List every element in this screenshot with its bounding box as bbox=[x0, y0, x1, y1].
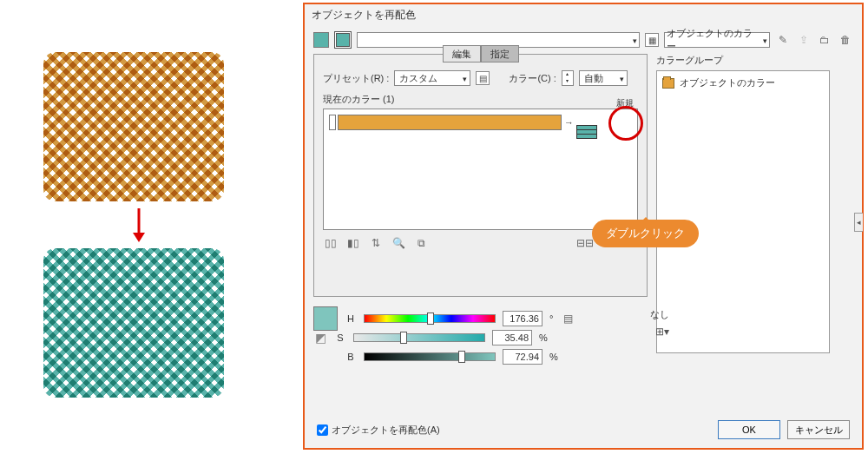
hue-unit: ° bbox=[549, 313, 553, 324]
preset-options-icon[interactable]: ▤ bbox=[476, 71, 490, 85]
color-group-list: オブジェクトのカラー bbox=[656, 70, 830, 353]
recolor-artwork-checkbox-input[interactable] bbox=[317, 424, 328, 436]
recolor-artwork-checkbox[interactable]: オブジェクトを再配色(A) bbox=[317, 424, 440, 437]
hsb-sliders: H 176.36 ° ▤ ◩ S 35.48 % B 72. bbox=[313, 309, 648, 366]
tab-edit[interactable]: 編集 bbox=[443, 45, 481, 63]
random-icon[interactable]: ⇅ bbox=[368, 235, 384, 251]
none-label: なし bbox=[650, 308, 669, 321]
current-color-chip[interactable] bbox=[313, 32, 329, 48]
callout-double-click: ダブルクリック bbox=[592, 220, 699, 247]
sort-desc-icon[interactable]: ▮▯ bbox=[345, 235, 361, 251]
wand-icon[interactable]: ✎ bbox=[775, 32, 791, 48]
hue-value[interactable]: 176.36 bbox=[503, 311, 542, 326]
slider-menu-icon[interactable]: ▤ bbox=[560, 311, 575, 326]
collapse-panel-icon[interactable]: ◂ bbox=[854, 213, 863, 232]
dialog-title: オブジェクトを再配色 bbox=[305, 4, 862, 26]
channel-h-label: H bbox=[345, 313, 357, 324]
merge-icon[interactable]: ⧉ bbox=[413, 235, 429, 251]
select-value: カスタム bbox=[399, 72, 437, 85]
colorize-select[interactable]: 自動 bbox=[579, 70, 628, 86]
brightness-unit: % bbox=[549, 352, 558, 362]
saturation-value[interactable]: 35.48 bbox=[492, 330, 532, 345]
highlight-circle-icon bbox=[608, 106, 643, 141]
find-icon[interactable]: 🔍 bbox=[391, 235, 406, 251]
svg-marker-1 bbox=[133, 233, 145, 242]
bar-handle[interactable] bbox=[329, 115, 336, 130]
chevron-down-icon bbox=[630, 35, 637, 45]
current-colors-label: 現在のカラー (1) bbox=[323, 93, 638, 106]
arrow-down-icon bbox=[43, 207, 234, 243]
colorize-label: カラー(C) : bbox=[509, 72, 556, 85]
color-bar-zone: 新規 → bbox=[323, 109, 638, 230]
folder-icon bbox=[662, 78, 674, 89]
arrow-right-icon: → bbox=[564, 115, 574, 130]
brightness-slider[interactable] bbox=[364, 352, 496, 361]
current-color-chip-outline[interactable] bbox=[334, 31, 352, 49]
cancel-button[interactable]: キャンセル bbox=[787, 420, 850, 439]
target-color-chip[interactable] bbox=[576, 125, 597, 139]
trash-icon[interactable]: 🗑 bbox=[838, 32, 853, 48]
recolor-dialog: オブジェクトを再配色 ▦ オブジェクトのカラー ✎ ⇪ 🗀 🗑 編集 指定 プリ… bbox=[303, 3, 864, 450]
group-item-label: オブジェクトのカラー bbox=[680, 76, 775, 89]
select-value: 自動 bbox=[584, 72, 603, 85]
swatch-grid-icon[interactable]: ⊞▾ bbox=[655, 326, 669, 338]
preset-select[interactable]: カスタム bbox=[394, 70, 470, 86]
channel-b-label: B bbox=[345, 352, 357, 362]
pattern-before bbox=[43, 52, 224, 201]
tab-assign[interactable]: 指定 bbox=[481, 45, 519, 63]
chevron-down-icon bbox=[459, 73, 467, 83]
result-color-chip[interactable] bbox=[313, 306, 338, 331]
color-group-item[interactable]: オブジェクトのカラー bbox=[661, 75, 825, 91]
color-group-heading: カラーグループ bbox=[656, 54, 830, 67]
ok-button[interactable]: OK bbox=[718, 420, 780, 439]
source-color-bar[interactable] bbox=[338, 115, 562, 130]
preset-label: プリセット(R) : bbox=[323, 72, 389, 85]
hue-slider[interactable] bbox=[364, 314, 496, 323]
channel-s-label: S bbox=[334, 332, 346, 343]
edit-panel: 編集 指定 プリセット(R) : カスタム ▤ カラー(C) : ▴▾ 自動 bbox=[313, 54, 648, 297]
folder-icon[interactable]: 🗀 bbox=[817, 32, 832, 48]
color-count-spinner[interactable]: ▴▾ bbox=[562, 70, 574, 86]
brightness-value[interactable]: 72.94 bbox=[503, 349, 542, 365]
object-colors-combo[interactable]: オブジェクトのカラー bbox=[664, 32, 770, 48]
upload-icon: ⇪ bbox=[796, 32, 812, 48]
sort-asc-icon[interactable]: ▯▯ bbox=[323, 235, 339, 251]
pattern-after bbox=[43, 248, 224, 398]
chevron-down-icon bbox=[616, 73, 624, 83]
color-mode-icon[interactable]: ◩ bbox=[313, 331, 327, 345]
saturation-unit: % bbox=[539, 332, 548, 343]
recolor-artwork-checkbox-label: オブジェクトを再配色(A) bbox=[332, 424, 440, 437]
swatches-icon[interactable]: ▦ bbox=[645, 33, 659, 47]
unlink-icon[interactable]: ⊟⊟ bbox=[577, 235, 593, 251]
combo-label: オブジェクトのカラー bbox=[667, 27, 760, 53]
chevron-down-icon bbox=[760, 35, 767, 45]
saturation-slider[interactable] bbox=[353, 333, 485, 342]
